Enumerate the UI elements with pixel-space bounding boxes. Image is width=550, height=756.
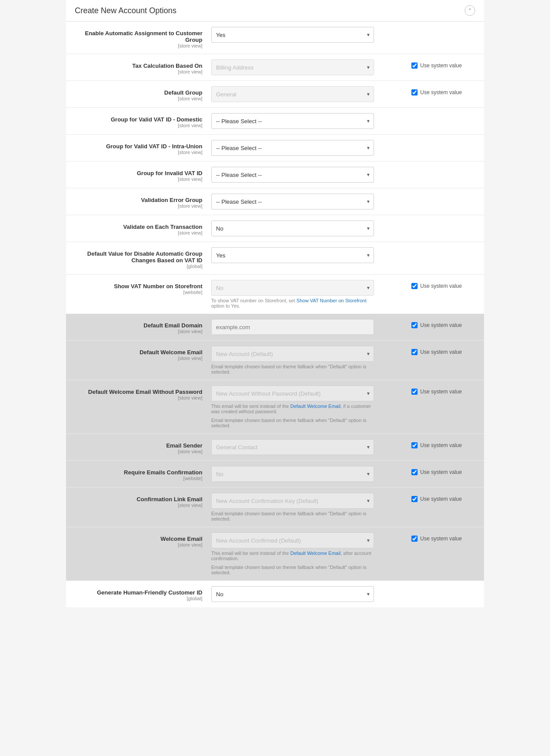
system-value-text-default-email-domain: Use system value bbox=[420, 322, 462, 328]
control-col-disable-auto-group-changes: YesNo bbox=[211, 247, 405, 263]
field-scope-default-email-domain: [store view] bbox=[75, 329, 202, 334]
system-value-checkbox-tax-calculation[interactable] bbox=[411, 62, 418, 69]
bottom-section: Generate Human-Friendly Customer ID[glob… bbox=[66, 580, 484, 607]
select-auto-assignment[interactable]: YesNo bbox=[211, 27, 374, 43]
select-vat-invalid[interactable]: -- Please Select -- bbox=[211, 167, 374, 183]
label-col-disable-auto-group-changes: Default Value for Disable Automatic Grou… bbox=[75, 247, 211, 269]
field-label-generate-human-friendly-id: Generate Human-Friendly Customer ID bbox=[97, 589, 202, 596]
select-generate-human-friendly-id[interactable]: NoYes bbox=[211, 586, 374, 602]
field-label-require-emails-confirmation: Require Emails Confirmation bbox=[124, 469, 202, 476]
system-value-label-email-sender[interactable]: Use system value bbox=[411, 442, 462, 448]
control-col-vat-intra-union: -- Please Select -- bbox=[211, 140, 405, 156]
field-scope-welcome-email: [store view] bbox=[75, 542, 202, 547]
label-col-confirmation-link-email: Confirmation Link Email[store view] bbox=[75, 493, 211, 508]
form-row-disable-auto-group-changes: Default Value for Disable Automatic Grou… bbox=[66, 242, 484, 275]
field-scope-default-welcome-email-no-password: [store view] bbox=[75, 395, 202, 400]
form-row-default-email-domain: Default Email Domain[store view]Use syst… bbox=[66, 314, 484, 341]
system-value-col-generate-human-friendly-id bbox=[405, 586, 475, 589]
form-row-confirmation-link-email: Confirmation Link Email[store view]New A… bbox=[66, 488, 484, 527]
select-vat-domestic[interactable]: -- Please Select -- bbox=[211, 113, 374, 129]
form-row-tax-calculation: Tax Calculation Based On[store view]Bill… bbox=[66, 54, 484, 81]
note1-welcome-email: This email will be sent instead of the D… bbox=[211, 550, 374, 561]
field-label-vat-domestic: Group for Valid VAT ID - Domestic bbox=[111, 116, 202, 123]
system-value-checkbox-require-emails-confirmation[interactable] bbox=[411, 469, 418, 475]
collapse-button[interactable]: ⌃ bbox=[465, 5, 475, 16]
system-value-col-default-welcome-email: Use system value bbox=[405, 346, 475, 355]
note2-default-welcome-email-no-password: Email template chosen based on theme fal… bbox=[211, 418, 374, 428]
field-scope-confirmation-link-email: [store view] bbox=[75, 503, 202, 508]
field-scope-vat-intra-union: [store view] bbox=[75, 150, 202, 155]
control-col-default-email-domain bbox=[211, 319, 405, 335]
field-label-welcome-email: Welcome Email bbox=[161, 536, 202, 542]
system-value-col-confirmation-link-email: Use system value bbox=[405, 493, 475, 502]
field-scope-validation-error-group: [store view] bbox=[75, 203, 202, 209]
field-label-auto-assignment: Enable Automatic Assignment to Customer … bbox=[85, 30, 202, 43]
system-value-text-default-welcome-email-no-password: Use system value bbox=[420, 389, 462, 395]
form-row-generate-human-friendly-id: Generate Human-Friendly Customer ID[glob… bbox=[66, 580, 484, 607]
system-value-checkbox-email-sender[interactable] bbox=[411, 442, 418, 448]
system-value-label-default-welcome-email-no-password[interactable]: Use system value bbox=[411, 389, 462, 395]
form-row-email-sender: Email Sender[store view]General ContactU… bbox=[66, 434, 484, 461]
label-col-default-welcome-email-no-password: Default Welcome Email Without Password[s… bbox=[75, 385, 211, 400]
control-col-vat-invalid: -- Please Select -- bbox=[211, 167, 405, 183]
select-vat-intra-union[interactable]: -- Please Select -- bbox=[211, 140, 374, 156]
system-value-checkbox-default-welcome-email-no-password[interactable] bbox=[411, 389, 418, 395]
label-col-validation-error-group: Validation Error Group[store view] bbox=[75, 194, 211, 209]
input-default-email-domain bbox=[211, 319, 374, 335]
control-col-validate-each-transaction: NoYes bbox=[211, 220, 405, 236]
system-value-col-show-vat-storefront: Use system value bbox=[405, 280, 475, 289]
system-value-text-tax-calculation: Use system value bbox=[420, 62, 462, 69]
field-scope-vat-invalid: [store view] bbox=[75, 176, 202, 182]
system-value-label-default-email-domain[interactable]: Use system value bbox=[411, 322, 462, 328]
system-value-col-validate-each-transaction bbox=[405, 220, 475, 224]
system-value-label-require-emails-confirmation[interactable]: Use system value bbox=[411, 469, 462, 475]
field-scope-auto-assignment: [store view] bbox=[75, 43, 202, 48]
field-label-default-group: Default Group bbox=[164, 89, 202, 96]
field-scope-validate-each-transaction: [store view] bbox=[75, 230, 202, 235]
select-wrapper-default-group: GeneralWholesaleRetailer bbox=[211, 86, 374, 102]
system-value-checkbox-welcome-email[interactable] bbox=[411, 536, 418, 542]
system-value-checkbox-default-group[interactable] bbox=[411, 89, 418, 95]
form-row-validate-each-transaction: Validate on Each Transaction[store view]… bbox=[66, 215, 484, 242]
system-value-label-welcome-email[interactable]: Use system value bbox=[411, 536, 462, 542]
system-value-text-default-welcome-email: Use system value bbox=[420, 349, 462, 355]
select-wrapper-default-welcome-email-no-password: New Account Without Password (Default) bbox=[211, 385, 374, 401]
label-col-validate-each-transaction: Validate on Each Transaction[store view] bbox=[75, 220, 211, 235]
system-value-checkbox-show-vat-storefront[interactable] bbox=[411, 283, 418, 289]
field-label-vat-invalid: Group for Invalid VAT ID bbox=[137, 170, 202, 176]
label-col-default-welcome-email: Default Welcome Email[store view] bbox=[75, 346, 211, 361]
form-row-welcome-email: Welcome Email[store view]New Account Con… bbox=[66, 527, 484, 580]
select-wrapper-auto-assignment: YesNo bbox=[211, 27, 374, 43]
field-label-confirmation-link-email: Confirmation Link Email bbox=[136, 496, 202, 503]
system-value-col-default-email-domain: Use system value bbox=[405, 319, 475, 328]
system-value-checkbox-default-email-domain[interactable] bbox=[411, 322, 418, 328]
select-wrapper-vat-domestic: -- Please Select -- bbox=[211, 113, 374, 129]
select-validation-error-group[interactable]: -- Please Select -- bbox=[211, 194, 374, 209]
system-value-label-confirmation-link-email[interactable]: Use system value bbox=[411, 496, 462, 502]
select-disable-auto-group-changes[interactable]: YesNo bbox=[211, 247, 374, 263]
control-col-default-welcome-email-no-password: New Account Without Password (Default)Th… bbox=[211, 385, 405, 428]
control-col-default-group: GeneralWholesaleRetailer bbox=[211, 86, 405, 102]
label-col-vat-domestic: Group for Valid VAT ID - Domestic[store … bbox=[75, 113, 211, 128]
select-validate-each-transaction[interactable]: NoYes bbox=[211, 220, 374, 236]
system-value-label-show-vat-storefront[interactable]: Use system value bbox=[411, 283, 462, 289]
label-col-default-group: Default Group[store view] bbox=[75, 86, 211, 101]
label-col-welcome-email: Welcome Email[store view] bbox=[75, 532, 211, 547]
system-value-col-default-group: Use system value bbox=[405, 86, 475, 95]
form-row-vat-domestic: Group for Valid VAT ID - Domestic[store … bbox=[66, 108, 484, 135]
select-email-sender: General Contact bbox=[211, 439, 374, 455]
field-scope-disable-auto-group-changes: [global] bbox=[75, 264, 202, 269]
select-wrapper-require-emails-confirmation: NoYes bbox=[211, 466, 374, 482]
system-value-checkbox-confirmation-link-email[interactable] bbox=[411, 496, 418, 502]
form-row-vat-intra-union: Group for Valid VAT ID - Intra-Union[sto… bbox=[66, 135, 484, 161]
system-value-col-validation-error-group bbox=[405, 194, 475, 197]
system-value-label-default-welcome-email[interactable]: Use system value bbox=[411, 349, 462, 355]
system-value-label-tax-calculation[interactable]: Use system value bbox=[411, 62, 462, 69]
system-value-label-default-group[interactable]: Use system value bbox=[411, 89, 462, 95]
system-value-checkbox-default-welcome-email[interactable] bbox=[411, 349, 418, 355]
select-tax-calculation: Billing AddressShipping Address bbox=[211, 59, 374, 75]
system-value-text-require-emails-confirmation: Use system value bbox=[420, 469, 462, 475]
field-label-email-sender: Email Sender bbox=[166, 442, 202, 449]
field-scope-show-vat-storefront: [website] bbox=[75, 290, 202, 295]
field-scope-generate-human-friendly-id: [global] bbox=[75, 596, 202, 601]
